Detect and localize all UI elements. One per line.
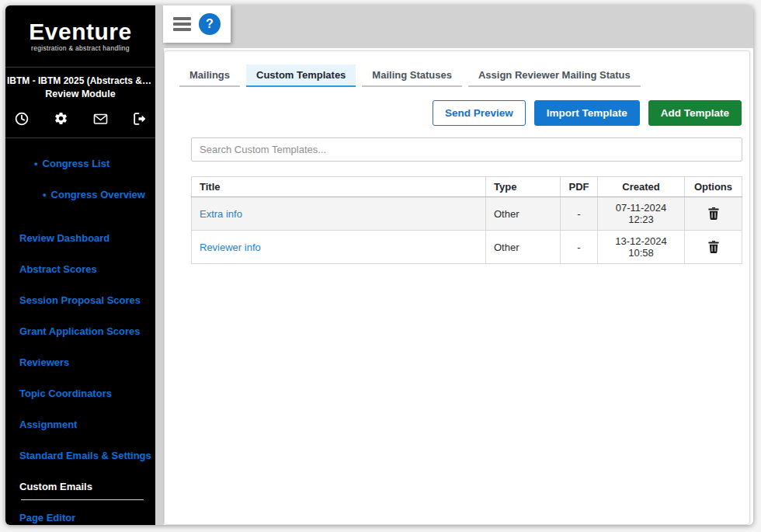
trash-icon[interactable] bbox=[708, 207, 719, 220]
tab-custom-templates[interactable]: Custom Templates bbox=[246, 64, 356, 87]
sidebar-item-topic-coordinators[interactable]: Topic Coordinators bbox=[5, 377, 155, 409]
sidebar-gap bbox=[155, 5, 164, 525]
sidebar-item-label: Standard Emails & Settings bbox=[19, 450, 151, 461]
sidebar-item-label: Custom Emails bbox=[19, 481, 92, 492]
template-title-link[interactable]: Reviewer info bbox=[200, 242, 261, 253]
sidebar-item-assignment[interactable]: Assignment bbox=[5, 409, 155, 440]
help-icon[interactable]: ? bbox=[199, 13, 221, 35]
logo-link[interactable]: Eventure registration & abstract handlin… bbox=[5, 5, 155, 68]
sidebar-item-label: Page Editor bbox=[19, 512, 75, 523]
column-header-pdf: PDF bbox=[561, 177, 598, 197]
main-panel: MailingsCustom TemplatesMailing Statuses… bbox=[164, 50, 750, 525]
sidebar-nav: • Congress List • Congress Overview Revi… bbox=[5, 148, 155, 525]
sidebar-item-grant-application-scores[interactable]: Grant Application Scores bbox=[5, 315, 155, 346]
gear-icon[interactable] bbox=[54, 111, 68, 126]
sidebar-item-label: Abstract Scores bbox=[19, 263, 97, 275]
sidebar-item-standard-emails-settings[interactable]: Standard Emails & Settings bbox=[5, 440, 155, 471]
template-created: 13-12-2024 10:58 bbox=[598, 231, 685, 264]
tab-mailing-statuses[interactable]: Mailing Statuses bbox=[362, 64, 462, 87]
column-header-created: Created bbox=[598, 177, 685, 197]
sidebar-item-label: Reviewers bbox=[19, 356, 69, 368]
bullet-icon: • bbox=[34, 158, 38, 169]
tab-bar: MailingsCustom TemplatesMailing Statuses… bbox=[179, 64, 749, 87]
import-template-button[interactable]: Import Template bbox=[534, 100, 640, 126]
template-type: Other bbox=[486, 231, 561, 264]
sidebar-item-label: Congress List bbox=[43, 158, 110, 169]
mail-icon[interactable] bbox=[93, 111, 108, 126]
brand-tagline: registration & abstract handling bbox=[31, 44, 130, 52]
templates-table: TitleTypePDFCreatedOptions Extra info Ot… bbox=[191, 176, 742, 264]
congress-title: IBTM - IBTM 2025 (Abstracts & Par... bbox=[7, 75, 154, 86]
tab-mailings[interactable]: Mailings bbox=[179, 64, 240, 87]
sidebar-item-label: Grant Application Scores bbox=[19, 325, 141, 337]
sidebar-item-custom-emails[interactable]: Custom Emails bbox=[5, 471, 155, 502]
sidebar-item-reviewers[interactable]: Reviewers bbox=[5, 346, 155, 377]
top-toolbar: ? bbox=[163, 5, 231, 43]
sidebar-item-label: Session Proposal Scores bbox=[19, 294, 141, 306]
app-window: Eventure registration & abstract handlin… bbox=[5, 5, 753, 525]
template-title-link[interactable]: Extra info bbox=[200, 208, 242, 220]
tab-assign-reviewer-mailing-status[interactable]: Assign Reviewer Mailing Status bbox=[468, 64, 641, 87]
sidebar-item-session-proposal-scores[interactable]: Session Proposal Scores bbox=[5, 284, 155, 315]
template-pdf: - bbox=[561, 231, 598, 264]
brand-logo: Eventure bbox=[29, 20, 131, 43]
sidebar: Eventure registration & abstract handlin… bbox=[5, 5, 155, 525]
top-band bbox=[155, 5, 753, 48]
table-body: Extra info Other - 07-11-2024 12:23 Revi… bbox=[192, 197, 742, 264]
sidebar-item-abstract-scores[interactable]: Abstract Scores bbox=[5, 253, 155, 284]
search-input[interactable] bbox=[191, 137, 742, 162]
sidebar-item-label: Congress Overview bbox=[51, 189, 145, 200]
table-header: TitleTypePDFCreatedOptions bbox=[192, 177, 742, 197]
bullet-icon: • bbox=[43, 189, 47, 200]
sidebar-item-label: Assignment bbox=[19, 419, 77, 430]
add-template-button[interactable]: Add Template bbox=[648, 100, 742, 126]
screenshot-stage: Eventure registration & abstract handlin… bbox=[0, 0, 761, 532]
module-title: Review Module bbox=[7, 89, 154, 99]
sidebar-item-label: Review Dashboard bbox=[19, 232, 109, 244]
sidebar-item-congress-overview[interactable]: • Congress Overview bbox=[5, 179, 155, 210]
sidebar-nav-list: • Congress List • Congress Overview Revi… bbox=[5, 148, 155, 525]
sidebar-toolbar bbox=[5, 111, 155, 138]
templates-table-wrap: TitleTypePDFCreatedOptions Extra info Ot… bbox=[191, 176, 742, 264]
template-type: Other bbox=[486, 197, 561, 231]
sidebar-item-congress-list[interactable]: • Congress List bbox=[5, 148, 155, 179]
column-header-title: Title bbox=[192, 177, 486, 197]
send-preview-button[interactable]: Send Preview bbox=[433, 100, 526, 126]
sidebar-item-page-editor[interactable]: Page Editor bbox=[5, 502, 155, 525]
clock-icon[interactable] bbox=[15, 111, 29, 126]
template-created: 07-11-2024 12:23 bbox=[598, 197, 685, 231]
action-buttons: Send Preview Import Template Add Templat… bbox=[165, 100, 742, 126]
logout-icon[interactable] bbox=[133, 111, 147, 126]
trash-icon[interactable] bbox=[708, 241, 719, 253]
sidebar-item-review-dashboard[interactable]: Review Dashboard bbox=[5, 222, 155, 253]
sidebar-item-label: Topic Coordinators bbox=[19, 388, 112, 399]
congress-block: IBTM - IBTM 2025 (Abstracts & Par... Rev… bbox=[5, 68, 155, 99]
table-row: Reviewer info Other - 13-12-2024 10:58 bbox=[192, 231, 742, 264]
table-row: Extra info Other - 07-11-2024 12:23 bbox=[192, 197, 742, 231]
template-pdf: - bbox=[561, 197, 598, 231]
column-header-type: Type bbox=[486, 177, 561, 197]
hamburger-icon[interactable] bbox=[173, 17, 191, 31]
column-header-options: Options bbox=[685, 177, 742, 197]
